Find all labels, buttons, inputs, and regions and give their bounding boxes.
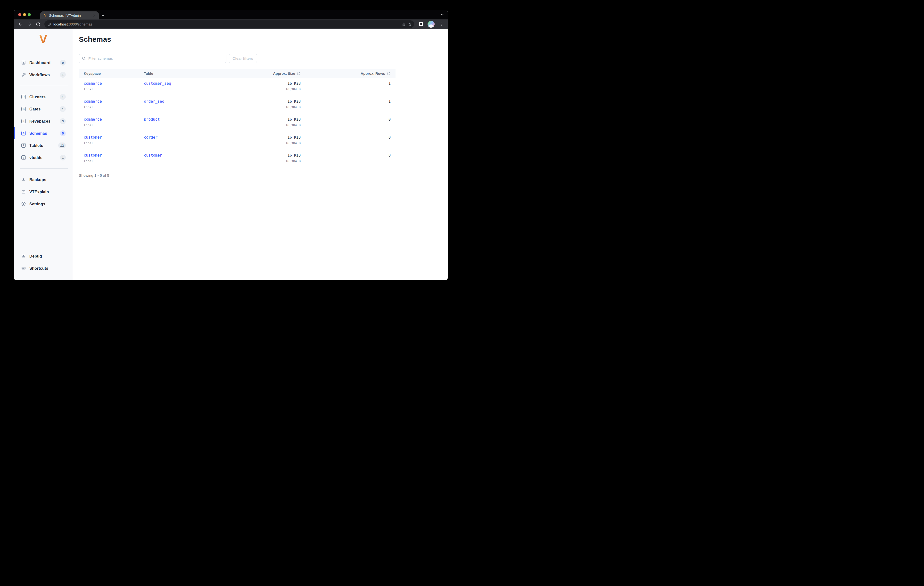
tablets-letter-icon: T — [21, 143, 26, 147]
zoom-window-button[interactable] — [28, 13, 31, 16]
rows-value: 0 — [388, 153, 391, 157]
sidebar-item-debug[interactable]: Debug — [14, 250, 73, 262]
rows-value: 1 — [388, 99, 391, 104]
cluster-label: local — [84, 105, 93, 109]
vtadmin-app: V Dashboard 0 Workflows 1 — [14, 29, 448, 280]
search-icon — [82, 56, 86, 60]
svg-text:V: V — [39, 34, 47, 45]
schemas-table: Keyspace Table Approx. Size Approx. Rows… — [79, 69, 396, 178]
tab-close-icon[interactable] — [92, 13, 96, 18]
bug-icon — [21, 254, 26, 258]
sidebar-item-shortcuts[interactable]: Shortcuts — [14, 262, 73, 274]
sidebar-item-schemas[interactable]: S Schemas 5 — [14, 127, 73, 139]
cluster-label: local — [84, 123, 93, 127]
gates-letter-icon: G — [21, 107, 26, 111]
tab-strip: V Schemas | VTAdmin — [14, 10, 448, 20]
count-badge: 5 — [60, 130, 66, 136]
table-link[interactable]: corder — [144, 135, 157, 139]
rows-value: 1 — [388, 81, 391, 86]
sidebar-item-vtexplain[interactable]: VTExplain — [14, 186, 73, 198]
count-badge: 1 — [60, 94, 66, 100]
sidebar-item-workflows[interactable]: Workflows 1 — [14, 69, 73, 81]
size-value: 16 KiB — [287, 81, 300, 86]
sidebar-item-keyspaces[interactable]: K Keyspaces 3 — [14, 115, 73, 127]
sidebar-item-label: Clusters — [30, 95, 46, 99]
sidebar-item-tablets[interactable]: T Tablets 12 — [14, 139, 73, 151]
forward-button[interactable] — [25, 21, 33, 28]
sidebar-item-label: Dashboard — [30, 60, 51, 65]
size-value: 16 KiB — [287, 117, 300, 122]
table-link[interactable]: product — [144, 117, 160, 122]
count-badge: 12 — [58, 142, 66, 148]
column-header-keyspace: Keyspace — [84, 71, 144, 76]
sidebar-item-clusters[interactable]: R Clusters 1 — [14, 91, 73, 103]
size-bytes: 16,384 B — [285, 141, 300, 145]
sidebar-item-label: Workflows — [30, 73, 50, 77]
traffic-lights — [14, 10, 34, 20]
filter-schemas-input[interactable] — [79, 54, 226, 63]
size-value: 16 KiB — [287, 153, 300, 157]
close-window-button[interactable] — [18, 13, 21, 16]
reload-button[interactable] — [34, 21, 41, 28]
url-bar[interactable]: localhost:3000/schemas — [45, 20, 414, 28]
sidebar-item-backups[interactable]: Backups — [14, 174, 73, 186]
profile-avatar[interactable] — [427, 21, 435, 28]
keyspace-link[interactable]: commerce — [84, 99, 102, 104]
keyspaces-letter-icon: K — [21, 119, 26, 123]
vitess-logo: V — [38, 34, 49, 45]
size-bytes: 16,384 B — [285, 88, 300, 91]
sidebar-nav: Dashboard 0 Workflows 1 R Clusters 1 — [14, 56, 73, 210]
keyspace-link[interactable]: customer — [84, 135, 102, 139]
sidebar-item-gates[interactable]: G Gates 1 — [14, 103, 73, 115]
table-row: customerlocal customer 16 KiB16,384 B 0 — [79, 150, 396, 168]
svg-text:V: V — [44, 14, 46, 17]
keyspace-link[interactable]: commerce — [84, 117, 102, 122]
browser-toolbar: localhost:3000/schemas — [14, 20, 448, 29]
new-tab-button[interactable] — [99, 12, 107, 20]
side-panel-icon[interactable] — [419, 22, 423, 26]
wrench-icon — [21, 73, 26, 77]
clusters-letter-icon: R — [21, 95, 26, 99]
pagination-summary: Showing 1 - 5 of 5 — [79, 173, 396, 178]
three-dots-icon — [439, 22, 443, 26]
rows-value: 0 — [388, 117, 391, 122]
site-info-icon[interactable] — [47, 22, 51, 26]
size-value: 16 KiB — [287, 135, 300, 139]
plus-icon — [101, 13, 105, 18]
sidebar-item-label: Tablets — [30, 143, 43, 148]
document-check-icon — [21, 190, 26, 194]
help-icon[interactable] — [387, 71, 391, 76]
table-row: commercelocal customer_seq 16 KiB16,384 … — [79, 78, 396, 96]
clear-filters-button[interactable]: Clear filters — [229, 54, 257, 63]
share-icon[interactable] — [402, 22, 406, 26]
sidebar-item-dashboard[interactable]: Dashboard 0 — [14, 56, 73, 69]
count-badge: 1 — [60, 72, 66, 78]
count-badge: 1 — [60, 155, 66, 161]
bookmark-star-icon[interactable] — [408, 22, 412, 26]
sidebar-item-label: Shortcuts — [30, 266, 48, 271]
table-link[interactable]: order_seq — [144, 99, 164, 104]
vtctlds-letter-icon: V — [21, 156, 26, 160]
table-link[interactable]: customer — [144, 153, 162, 157]
schemas-letter-icon: S — [21, 131, 26, 136]
sidebar-item-label: Backups — [30, 177, 46, 182]
sidebar-item-label: vtctlds — [30, 156, 43, 160]
column-header-size: Approx. Size — [241, 71, 300, 76]
keyspace-link[interactable]: customer — [84, 153, 102, 157]
table-link[interactable]: customer_seq — [144, 81, 171, 86]
sidebar-item-label: Keyspaces — [30, 119, 51, 124]
sidebar-item-settings[interactable]: Settings — [14, 198, 73, 210]
main-content: Schemas Clear filters Keyspace Table App… — [73, 29, 448, 280]
browser-tab[interactable]: V Schemas | VTAdmin — [40, 12, 99, 20]
browser-menu-button[interactable] — [437, 21, 445, 28]
sidebar-item-vtctlds[interactable]: V vtctlds 1 — [14, 151, 73, 164]
tab-search-chevron-button[interactable] — [437, 10, 448, 20]
minimize-window-button[interactable] — [23, 13, 26, 16]
help-icon[interactable] — [297, 71, 300, 76]
column-header-table: Table — [144, 71, 241, 76]
keyspace-link[interactable]: commerce — [84, 81, 102, 86]
cluster-label: local — [84, 159, 93, 163]
count-badge: 3 — [60, 118, 66, 124]
sidebar-item-label: Settings — [30, 202, 45, 206]
back-button[interactable] — [17, 21, 24, 28]
